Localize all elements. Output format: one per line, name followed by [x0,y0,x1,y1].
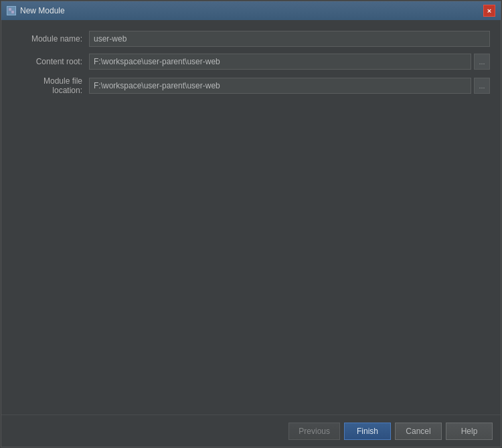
module-name-input-container [89,31,490,47]
content-root-label: Content root: [12,57,89,66]
module-name-row: Module name: [12,31,490,47]
cancel-button[interactable]: Cancel [395,423,442,440]
previous-button[interactable]: Previous [288,423,340,440]
content-root-row: Content root: ... [12,54,490,70]
title-bar-left: New Module [7,6,65,15]
content-spacer [12,102,490,404]
module-file-location-input[interactable] [89,78,471,94]
svg-rect-1 [11,11,14,13]
content-root-input[interactable] [89,54,471,70]
title-bar: New Module × [1,1,501,20]
module-name-input[interactable] [89,31,490,47]
close-button[interactable]: × [483,5,495,17]
dialog-window: New Module × Module name: Content root: … [1,1,501,447]
content-root-browse-button[interactable]: ... [474,54,490,70]
module-file-location-label: Module file location: [12,76,89,95]
finish-button[interactable]: Finish [344,423,391,440]
svg-rect-0 [9,8,11,11]
module-file-location-input-container: ... [89,78,490,94]
module-file-location-browse-button[interactable]: ... [474,78,490,94]
module-name-label: Module name: [12,34,89,44]
dialog-content: Module name: Content root: ... Module fi… [1,20,501,415]
help-button[interactable]: Help [446,423,493,440]
module-file-location-row: Module file location: ... [12,76,490,95]
dialog-footer: Previous Finish Cancel Help [1,415,501,447]
dialog-title: New Module [20,6,65,15]
module-icon [7,6,16,15]
content-root-input-container: ... [89,54,490,70]
